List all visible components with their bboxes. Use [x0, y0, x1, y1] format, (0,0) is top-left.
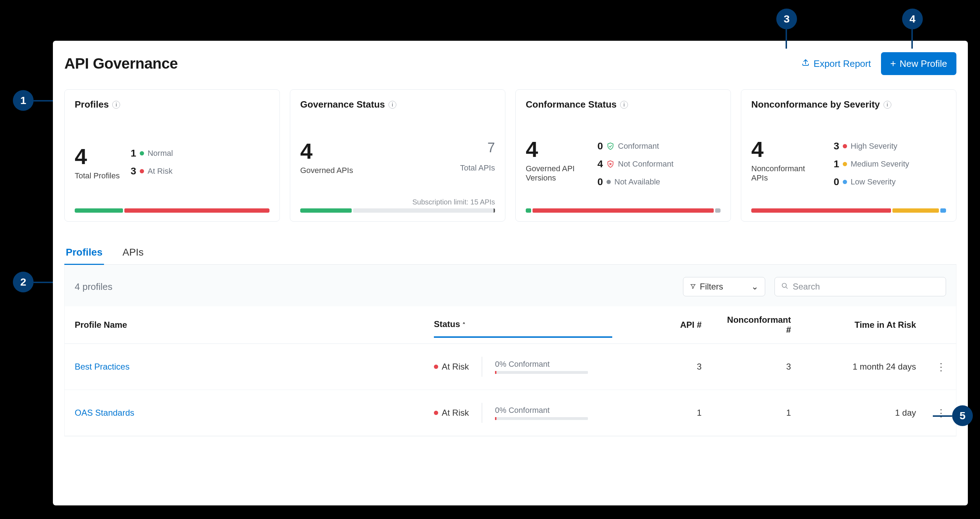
legend-high-label: High Severity	[851, 142, 897, 151]
profiles-count: 4 profiles	[75, 281, 113, 292]
severity-bar	[751, 209, 946, 213]
new-profile-button[interactable]: + New Profile	[881, 52, 956, 75]
filter-icon	[690, 282, 696, 292]
search-input[interactable]	[793, 282, 939, 292]
card-severity: Nonconformance by Severity i 4 Nonconfor…	[741, 89, 956, 221]
legend-notconformant-count: 4	[593, 158, 603, 170]
dot-icon	[434, 365, 438, 369]
subscription-note: Subscription limit: 15 APIs	[300, 198, 495, 206]
total-apis-label: Total APIs	[460, 163, 495, 173]
legend-normal: 1 Normal	[127, 148, 269, 159]
filters-dropdown[interactable]: Filters ⌄	[683, 277, 765, 296]
status-badge: At Risk	[434, 362, 469, 372]
tab-profiles[interactable]: Profiles	[64, 243, 104, 265]
nonconformant-apis: 4	[751, 139, 823, 161]
annotation-line-3	[786, 29, 787, 49]
plus-icon: +	[890, 58, 896, 69]
annotation-line-2	[33, 282, 53, 283]
col-actions	[926, 306, 956, 344]
annotation-bubble-2: 2	[13, 272, 33, 292]
sort-asc-icon: ˄	[461, 322, 465, 328]
card-conformance-title: Conformance Status	[526, 99, 617, 110]
legend-high-count: 3	[830, 140, 839, 152]
new-profile-label: New Profile	[900, 58, 947, 69]
nonconformant-apis-label: Nonconformant APIs	[751, 164, 823, 183]
card-profiles: Profiles i 4 Total Profiles 1 Normal 3	[64, 89, 280, 221]
legend-normal-count: 1	[127, 148, 136, 159]
conformance-bar	[526, 209, 721, 213]
export-report-label: Export Report	[813, 58, 871, 69]
profile-link[interactable]: Best Practices	[75, 362, 129, 371]
shield-x-icon	[606, 160, 614, 168]
dot-icon	[606, 180, 611, 184]
card-governance-title: Governance Status	[300, 99, 385, 110]
annotation-bubble-1: 1	[13, 90, 33, 111]
row-actions-menu[interactable]: ⋮	[936, 361, 946, 373]
legend-atrisk: 3 At Risk	[127, 166, 269, 177]
annotation-bubble-5: 5	[952, 405, 973, 426]
profiles-table: Profile Name Status ˄ API # Nonconforman…	[65, 306, 956, 436]
cell-time-at-risk: 1 day	[801, 390, 926, 436]
cell-api-count: 1	[622, 390, 711, 436]
dot-icon	[843, 162, 847, 166]
dot-icon	[434, 411, 438, 415]
card-profiles-title: Profiles	[75, 99, 109, 110]
table-row: Best Practices At Risk0% Conformant331 m…	[65, 344, 956, 390]
cell-nonconformant: 1	[711, 390, 801, 436]
tab-apis[interactable]: APIs	[121, 243, 145, 265]
filters-label: Filters	[700, 282, 723, 292]
legend-medium-label: Medium Severity	[851, 159, 909, 169]
summary-cards: Profiles i 4 Total Profiles 1 Normal 3	[64, 89, 956, 221]
governed-apis: 4	[300, 140, 353, 162]
legend-medium-count: 1	[830, 158, 839, 170]
cell-time-at-risk: 1 month 24 days	[801, 344, 926, 390]
export-report-link[interactable]: Export Report	[801, 58, 871, 69]
cell-api-count: 3	[622, 344, 711, 390]
legend-low: 0 Low Severity	[830, 176, 946, 188]
legend-conformant-count: 0	[593, 140, 603, 152]
legend-conformant: 0 Conformant	[593, 140, 721, 152]
svg-point-0	[782, 283, 787, 288]
col-status[interactable]: Status ˄	[424, 306, 622, 344]
annotation-line-4	[912, 29, 913, 49]
status-badge: At Risk	[434, 408, 469, 418]
page-header: API Governance Export Report + New Profi…	[64, 52, 956, 75]
info-icon[interactable]: i	[388, 101, 396, 109]
table-row: OAS Standards At Risk0% Conformant111 da…	[65, 390, 956, 436]
card-severity-title: Nonconformance by Severity	[751, 99, 880, 110]
legend-notavailable-label: Not Available	[614, 177, 660, 186]
legend-atrisk-count: 3	[127, 166, 136, 177]
upload-icon	[801, 58, 810, 69]
profiles-table-area: 4 profiles Filters ⌄ Profile Name	[64, 265, 956, 436]
legend-notavailable-count: 0	[593, 176, 603, 188]
profile-link[interactable]: OAS Standards	[75, 408, 134, 417]
conformance-meter: 0% Conformant	[495, 406, 588, 420]
legend-conformant-label: Conformant	[618, 142, 659, 151]
dot-icon	[140, 151, 144, 156]
col-time-at-risk[interactable]: Time in At Risk	[801, 306, 926, 344]
col-profile-name[interactable]: Profile Name	[65, 306, 424, 344]
search-box[interactable]	[775, 277, 946, 296]
legend-notavailable: 0 Not Available	[593, 176, 721, 188]
main-panel: API Governance Export Report + New Profi…	[53, 41, 968, 505]
legend-low-count: 0	[830, 176, 839, 188]
card-conformance: Conformance Status i 4 Governed API Vers…	[515, 89, 731, 221]
legend-atrisk-label: At Risk	[148, 167, 173, 176]
legend-notconformant: 4 Not Conformant	[593, 158, 721, 170]
info-icon[interactable]: i	[620, 101, 628, 109]
legend-medium: 1 Medium Severity	[830, 158, 946, 170]
total-apis: 7	[460, 140, 495, 156]
col-nonconformant[interactable]: Nonconformant #	[711, 306, 801, 344]
profiles-total-label: Total Profiles	[75, 171, 120, 180]
dot-icon	[843, 144, 847, 148]
legend-low-label: Low Severity	[851, 177, 896, 186]
legend-normal-label: Normal	[148, 149, 173, 158]
col-api-count[interactable]: API #	[622, 306, 711, 344]
info-icon[interactable]: i	[112, 101, 120, 109]
dot-icon	[140, 169, 144, 174]
governance-bar	[300, 209, 495, 213]
info-icon[interactable]: i	[883, 101, 891, 109]
annotation-bubble-3: 3	[776, 9, 797, 29]
legend-notconformant-label: Not Conformant	[618, 159, 673, 169]
governed-apis-label: Governed APIs	[300, 166, 353, 175]
